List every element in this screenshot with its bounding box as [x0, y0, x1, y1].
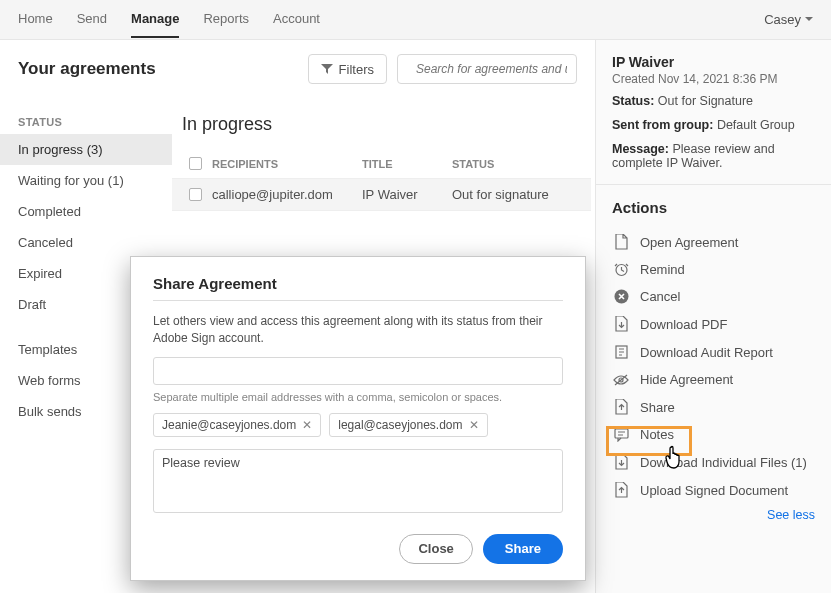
sidebar-item-canceled[interactable]: Canceled	[0, 227, 172, 258]
upload-icon	[614, 482, 629, 498]
action-download-audit[interactable]: Download Audit Report	[612, 338, 815, 366]
share-message-input[interactable]	[153, 449, 563, 513]
svg-rect-7	[615, 429, 628, 438]
nav-items: Home Send Manage Reports Account	[18, 1, 320, 38]
detail-title: IP Waiver	[612, 54, 815, 70]
col-title: TITLE	[362, 158, 452, 170]
action-label: Cancel	[640, 289, 680, 304]
sidebar-item-completed[interactable]: Completed	[0, 196, 172, 227]
chevron-down-icon	[805, 17, 813, 22]
notes-icon	[614, 428, 629, 442]
action-download-pdf[interactable]: Download PDF	[612, 310, 815, 338]
user-name: Casey	[764, 12, 801, 27]
action-label: Notes	[640, 427, 674, 442]
modal-hint: Separate multiple email addresses with a…	[153, 391, 563, 403]
col-status: STATUS	[452, 158, 585, 170]
cancel-icon	[614, 289, 629, 304]
detail-created: Created Nov 14, 2021 8:36 PM	[612, 72, 815, 86]
page-title: Your agreements	[18, 59, 298, 79]
modal-title: Share Agreement	[153, 275, 563, 292]
filter-icon	[321, 63, 333, 75]
filters-label: Filters	[339, 62, 374, 77]
chip-remove-icon[interactable]: ✕	[469, 418, 479, 432]
modal-description: Let others view and access this agreemen…	[153, 313, 563, 347]
see-less-link[interactable]: See less	[612, 508, 815, 522]
nav-reports[interactable]: Reports	[203, 1, 249, 38]
nav-account[interactable]: Account	[273, 1, 320, 38]
search-wrap[interactable]	[397, 54, 577, 84]
action-hide[interactable]: Hide Agreement	[612, 366, 815, 393]
share-button[interactable]: Share	[483, 534, 563, 564]
table-row[interactable]: calliope@jupiter.dom IP Waiver Out for s…	[172, 179, 591, 211]
user-menu[interactable]: Casey	[764, 12, 813, 27]
action-label: Share	[640, 400, 675, 415]
action-cancel[interactable]: Cancel	[612, 283, 815, 310]
row-status: Out for signature	[452, 187, 585, 202]
action-label: Download Audit Report	[640, 345, 773, 360]
action-open-agreement[interactable]: Open Agreement	[612, 228, 815, 256]
actions-title: Actions	[612, 199, 815, 216]
action-share[interactable]: Share	[612, 393, 815, 421]
email-chip[interactable]: legal@caseyjones.dom ✕	[329, 413, 487, 437]
sidebar-item-waiting[interactable]: Waiting for you (1)	[0, 165, 172, 196]
share-agreement-modal: Share Agreement Let others view and acce…	[130, 256, 586, 581]
action-remind[interactable]: Remind	[612, 256, 815, 283]
nav-send[interactable]: Send	[77, 1, 107, 38]
select-all-checkbox[interactable]	[189, 157, 202, 170]
table-header: RECIPIENTS TITLE STATUS	[172, 149, 591, 179]
action-label: Hide Agreement	[640, 372, 733, 387]
col-recipients: RECIPIENTS	[212, 158, 362, 170]
nav-home[interactable]: Home	[18, 1, 53, 38]
download-files-icon	[614, 454, 629, 470]
action-download-files[interactable]: Download Individual Files (1)	[612, 448, 815, 476]
left-header: Your agreements Filters	[0, 40, 595, 98]
nav-manage[interactable]: Manage	[131, 1, 179, 38]
row-recipient: calliope@jupiter.dom	[212, 187, 362, 202]
action-label: Remind	[640, 262, 685, 277]
detail-pane: IP Waiver Created Nov 14, 2021 8:36 PM S…	[596, 40, 831, 593]
sidebar-status-label: STATUS	[0, 110, 172, 134]
detail-status: Status: Out for Signature	[612, 94, 815, 108]
chip-remove-icon[interactable]: ✕	[302, 418, 312, 432]
row-title: IP Waiver	[362, 187, 452, 202]
download-pdf-icon	[614, 316, 629, 332]
top-nav: Home Send Manage Reports Account Casey	[0, 0, 831, 40]
chip-label: legal@caseyjones.dom	[338, 418, 462, 432]
action-label: Download PDF	[640, 317, 727, 332]
action-label: Open Agreement	[640, 235, 738, 250]
close-button[interactable]: Close	[399, 534, 472, 564]
divider	[596, 184, 831, 185]
download-audit-icon	[614, 344, 629, 360]
action-label: Upload Signed Document	[640, 483, 788, 498]
email-chip[interactable]: Jeanie@caseyjones.dom ✕	[153, 413, 321, 437]
share-icon	[614, 399, 629, 415]
share-email-input[interactable]	[153, 357, 563, 385]
action-upload[interactable]: Upload Signed Document	[612, 476, 815, 504]
row-checkbox[interactable]	[189, 188, 202, 201]
detail-group: Sent from group: Default Group	[612, 118, 815, 132]
action-notes[interactable]: Notes	[612, 421, 815, 448]
clock-icon	[614, 262, 629, 277]
agreements-table: RECIPIENTS TITLE STATUS calliope@jupiter…	[172, 149, 591, 211]
section-title: In progress	[172, 108, 591, 149]
eye-off-icon	[613, 374, 629, 386]
detail-message: Message: Please review and complete IP W…	[612, 142, 815, 170]
filters-button[interactable]: Filters	[308, 54, 387, 84]
action-label: Download Individual Files (1)	[640, 455, 807, 470]
file-icon	[614, 234, 628, 250]
email-chips: Jeanie@caseyjones.dom ✕ legal@caseyjones…	[153, 413, 563, 437]
search-input[interactable]	[416, 62, 567, 76]
chip-label: Jeanie@caseyjones.dom	[162, 418, 296, 432]
sidebar-item-in-progress[interactable]: In progress (3)	[0, 134, 172, 165]
